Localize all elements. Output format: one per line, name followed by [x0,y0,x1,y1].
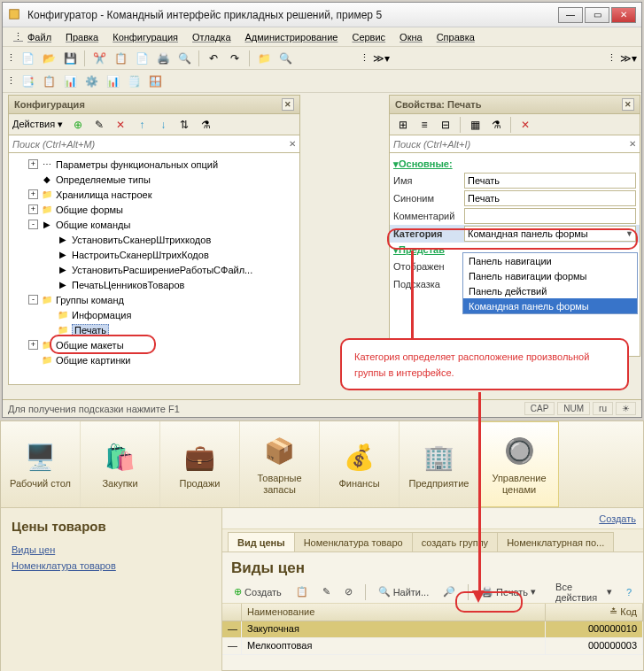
create-button[interactable]: ⊕Создать [229,584,286,599]
nav-item[interactable]: 🛍️Закупки [81,421,160,507]
link-price-types[interactable]: Виды цен [12,544,211,555]
create-link[interactable]: Создать [599,513,636,524]
menu-windows[interactable]: Окна [394,30,428,44]
maximize-button[interactable]: ▭ [585,7,609,23]
nav-item[interactable]: 🔘Управление ценами [479,421,559,507]
config-search-input[interactable] [12,139,289,150]
up-icon[interactable]: ↑ [132,116,151,134]
menu-config[interactable]: Конфигурация [107,30,183,44]
clear-find-button[interactable]: 🔎 [438,584,460,599]
tree-item[interactable]: 📁Общие картинки [12,352,296,367]
nav-item[interactable]: 💰Финансы [320,421,400,507]
all-actions-button[interactable]: Все действия ▾ [551,580,617,605]
open-button[interactable]: 📂 [39,50,58,67]
undo-button[interactable]: ↶ [204,50,223,67]
print-button[interactable]: 🖨️ [153,50,173,67]
add-icon[interactable]: ⊕ [68,116,88,134]
price-grid[interactable]: Наименование ≛ Код —Закупочная000000010—… [222,604,643,671]
edit-button2[interactable]: ✎ [318,584,335,599]
expand-icon[interactable]: + [28,204,38,214]
chevrons-icon[interactable]: ≫▾ [371,50,391,67]
p-t4[interactable]: ▦ [465,116,485,134]
link-nomenclature[interactable]: Номенклатура товаров [12,560,211,571]
save-button[interactable]: 💾 [60,50,80,67]
t2-1[interactable]: 📑 [18,73,37,90]
search-button[interactable]: 🔍 [275,50,295,67]
t2-7[interactable]: 🪟 [145,73,165,90]
category-dropdown[interactable]: Панель навигации Панель навигации формы … [462,252,638,314]
tab-nom-po[interactable]: Номенклатурная по... [497,532,614,551]
down-icon[interactable]: ↓ [153,116,173,134]
config-tree[interactable]: +⋯Параметры функциональных опций◆Определ… [8,153,300,385]
copy-button[interactable]: 📋 [111,50,130,67]
expand-icon[interactable]: - [28,220,38,229]
t2-3[interactable]: 📊 [60,73,80,90]
actions-menu[interactable]: Действия ▾ [12,119,63,130]
opt-actions-panel[interactable]: Панель действий [463,283,637,298]
chevron-down-icon[interactable]: ▼ [625,229,633,238]
menu-edit[interactable]: Правка [60,30,104,44]
tab-nomenclature[interactable]: Номенклатура товаро [294,532,413,551]
redo-button[interactable]: ↷ [225,50,244,67]
expand-icon[interactable]: - [28,295,38,305]
p-t6[interactable]: ✕ [516,116,535,134]
table-row[interactable]: —Мелкооптовая000000003 [222,638,643,655]
print-button2[interactable]: 🖨️Печать ▾ [477,584,540,599]
section-main[interactable]: ▾Основные: [393,157,636,172]
tree-item[interactable]: -▶Общие команды [12,217,296,232]
menu-help[interactable]: Справка [431,30,480,44]
tree-item[interactable]: +📁Хранилища настроек [12,187,296,202]
cut-button[interactable]: ✂️ [89,50,109,67]
name-input[interactable] [464,173,636,189]
t2-5[interactable]: 📊 [103,73,122,90]
col-name[interactable]: Наименование [242,604,546,621]
opt-cmd-panel[interactable]: Командная панель формы [463,298,637,313]
tree-item[interactable]: ▶УстановитьРасширениеРаботыСФайл... [12,262,296,277]
tree-item[interactable]: ◆Определяемые типы [12,172,296,187]
p-t1[interactable]: ⊞ [393,116,413,134]
edit2-icon[interactable]: ✎ [89,116,109,134]
tree-item[interactable]: 📁Информация [12,307,296,322]
menu-service[interactable]: Сервис [346,30,391,44]
menu-debug[interactable]: Отладка [187,30,236,44]
syn-input[interactable] [464,190,636,206]
props-panel-close[interactable]: ✕ [622,98,634,111]
tree-item[interactable]: ▶УстановитьСканерШтрихкодов [12,232,296,247]
nav-item[interactable]: 📦Товарные запасы [240,421,320,507]
props-search[interactable]: ✕ [389,135,640,153]
p-t3[interactable]: ⊟ [436,116,455,134]
tab-price-type[interactable]: Вид цены [228,532,295,551]
clear-search2-icon[interactable]: ✕ [629,139,636,149]
minimize-button[interactable]: — [558,7,583,23]
opt-nav-form[interactable]: Панель навигации формы [463,268,637,283]
tree-item[interactable]: ▶НастроитьСканерШтрихКодов [12,247,296,262]
filter-icon[interactable]: ⚗ [196,116,215,134]
config-panel-close[interactable]: ✕ [282,98,294,111]
t2-2[interactable]: 📋 [39,73,58,90]
delete-icon[interactable]: ✕ [111,116,130,134]
help-button[interactable]: ? [622,585,636,599]
mark-button[interactable]: ⊘ [340,584,357,599]
p-t2[interactable]: ≡ [415,116,434,134]
comm-input[interactable] [464,208,636,224]
find-button[interactable]: 🔍Найти... [374,584,434,599]
menu-admin[interactable]: Администрирование [240,30,344,44]
nav-item[interactable]: 🖥️Рабочий стол [1,421,81,507]
opt-nav-panel[interactable]: Панель навигации [463,253,637,268]
config-search[interactable]: ✕ [8,135,300,153]
copy-button2[interactable]: 📋 [291,584,313,599]
tree-item[interactable]: +📁Общие макеты [12,337,296,352]
nav-item[interactable]: 🏢Предприятие [400,421,479,507]
table-row[interactable]: —Закупочная000000010 [222,621,643,638]
tree-item[interactable]: ▶ПечатьЦенниковТоваров [12,277,296,292]
menu-file[interactable]: Файл [22,30,57,44]
paste-button[interactable]: 📄 [132,50,151,67]
compare-button[interactable]: 🔍 [175,50,194,67]
close-button[interactable]: ✕ [611,7,636,23]
expand-icon[interactable]: + [28,189,38,199]
chevrons2-icon[interactable]: ≫▾ [618,50,638,67]
category-combo[interactable]: Командная панель формы▼ [464,226,636,242]
clear-search-icon[interactable]: ✕ [289,139,296,149]
tab-create-group[interactable]: создать группу [412,532,498,551]
col-code[interactable]: ≛ Код [546,604,643,621]
